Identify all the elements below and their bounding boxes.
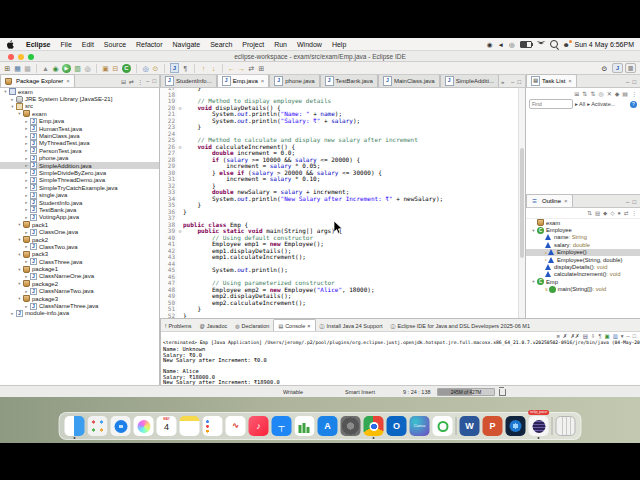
tree-arrow-icon[interactable]: ▾	[16, 222, 23, 227]
run-external-button[interactable]: ◎	[84, 63, 91, 74]
java-perspective-button[interactable]: J	[612, 63, 623, 73]
sort-icon[interactable]: ⇅	[587, 210, 592, 216]
tree-item-simpleaddition-java[interactable]: ▸JSimpleAddition.java	[0, 162, 159, 169]
tree-arrow-icon[interactable]: ▸	[23, 230, 30, 235]
tree-arrow-icon[interactable]: ▸	[23, 148, 30, 153]
tab-overflow-icon[interactable]: »	[499, 79, 506, 87]
word-wrap-icon[interactable]: ¶	[598, 333, 601, 339]
find-person-icon[interactable]: ◆	[615, 90, 620, 97]
editor-tab-emp-java[interactable]: JEmp.java×	[217, 75, 270, 87]
tree-arrow-icon[interactable]: ▸	[23, 134, 30, 139]
tree-arrow-icon[interactable]: ▸	[23, 200, 30, 205]
build-button[interactable]: ▲	[42, 63, 49, 74]
tree-arrow-icon[interactable]: ▸	[23, 274, 30, 279]
tree-item-exam[interactable]: ▾exam	[0, 88, 159, 95]
tree-item-classtwo-java[interactable]: ▸JClassTwo.java	[0, 243, 159, 250]
tab-outline[interactable]: ☰ Outline ×	[526, 194, 573, 207]
tab-package-explorer[interactable]: Package Explorer ×	[0, 74, 75, 87]
open-console-icon[interactable]: ▾	[621, 333, 624, 339]
task-find-input[interactable]	[529, 99, 573, 109]
dock-numbers[interactable]	[295, 416, 315, 436]
new-class-button[interactable]: C	[122, 64, 131, 73]
tab-declaration[interactable]: ◎Declaration	[231, 320, 273, 331]
open-type-button[interactable]: ◎	[142, 63, 149, 74]
tree-arrow-icon[interactable]: ▸	[23, 259, 30, 264]
back-button[interactable]: ←	[228, 63, 235, 74]
tree-arrow-icon[interactable]: ▸	[23, 244, 30, 249]
tree-arrow-icon[interactable]: ▾	[530, 279, 537, 284]
filter-icon[interactable]: ✕	[607, 90, 612, 97]
tree-arrow-icon[interactable]: ▸	[9, 311, 16, 316]
tab-problems[interactable]: !Problems	[161, 320, 196, 331]
tree-item-studentinfo-java[interactable]: ▸JStudentInfo.java	[0, 199, 159, 206]
tree-item-mythreadtest-java[interactable]: ▸JMyThreadTest.java	[0, 140, 159, 147]
close-icon[interactable]: ×	[66, 78, 70, 84]
tree-arrow-icon[interactable]: ▸	[9, 97, 16, 102]
display-icon[interactable]: ◎	[509, 38, 515, 51]
dock-trash[interactable]	[556, 416, 576, 436]
view-menu-icon[interactable]: ⋮	[632, 210, 638, 216]
spotlight-icon[interactable]	[550, 40, 558, 48]
menu-source[interactable]: Source	[99, 41, 131, 48]
tree-item-emp-java[interactable]: ▸JEmp.java	[0, 118, 159, 125]
tree-arrow-icon[interactable]: ▸	[23, 193, 30, 198]
coverage-button[interactable]: ▥	[74, 63, 81, 74]
tree-item-jre-system-library-javase-21-[interactable]: ▸JRE System Library [JavaSE-21]	[0, 95, 159, 102]
hide-nonpublic-icon[interactable]: ◇	[610, 210, 614, 216]
tree-arrow-icon[interactable]: ▾	[16, 111, 23, 116]
tree-item-humantest-java[interactable]: ▸JHumanTest.java	[0, 125, 159, 132]
tree-arrow-icon[interactable]: ▾	[16, 281, 23, 286]
collapse-all-icon[interactable]: ⊟	[121, 78, 126, 85]
outline-item-employee-string-double-[interactable]: cEmployee(String, double)	[526, 256, 640, 263]
tree-item-src[interactable]: ▾src	[0, 103, 159, 110]
tree-arrow-icon[interactable]: ▸	[23, 185, 30, 190]
scheduled-icon[interactable]: ⇅	[590, 90, 595, 97]
tree-arrow-icon[interactable]: ▸	[23, 215, 30, 220]
dock-green-ring-app[interactable]	[433, 416, 453, 436]
dock-eclipse[interactable]: eclip_pace	[529, 416, 549, 436]
tree-arrow-icon[interactable]: ▾	[2, 89, 9, 94]
outline-item-name[interactable]: name : String	[526, 234, 640, 241]
tree-item-classnametwo-java[interactable]: ▸JClassNameTwo.java	[0, 288, 159, 295]
next-annotation-button[interactable]: ↓	[210, 63, 217, 74]
dock-safari[interactable]	[111, 416, 131, 436]
editor-tab-testbank-java[interactable]: JTestBank.java	[320, 75, 378, 87]
view-menu-icon[interactable]: ⋮	[137, 78, 143, 85]
tab-console[interactable]: ▤Console×	[273, 319, 315, 331]
tree-arrow-icon[interactable]: ▸	[23, 126, 30, 131]
other-perspective-button[interactable]: ▥	[625, 63, 636, 73]
maximize-icon[interactable]: □	[152, 78, 156, 85]
tree-arrow-icon[interactable]: ▾	[16, 267, 23, 272]
dock-outlook[interactable]: O	[387, 416, 407, 436]
run-gc-icon[interactable]	[499, 389, 506, 396]
forward-button[interactable]: →	[238, 63, 245, 74]
dock-calendar[interactable]: MAY4	[157, 416, 177, 436]
editor-tab-simpleadditi-[interactable]: JSimpleAdditi...	[440, 75, 499, 87]
scope-all-chevron[interactable]: ▸ All	[575, 101, 585, 107]
tree-item-testbank-java[interactable]: ▸JTestBank.java	[0, 206, 159, 213]
tree-item-votingapp-java[interactable]: ▸JVotingApp.java	[0, 214, 159, 221]
hide-local-icon[interactable]: ●	[618, 210, 621, 216]
minimize-icon[interactable]: –	[511, 79, 514, 85]
tree-arrow-icon[interactable]: ▾	[9, 104, 16, 109]
tree-arrow-icon[interactable]: ▸	[23, 289, 30, 294]
menu-search[interactable]: Search	[205, 41, 237, 48]
tree-arrow-icon[interactable]: ▸	[23, 156, 30, 161]
minimize-icon[interactable]: –	[626, 79, 629, 85]
minimize-icon[interactable]: –	[146, 78, 149, 85]
prev-annotation-button[interactable]: ↑	[200, 63, 207, 74]
tree-item-package3[interactable]: ▾package3	[0, 295, 159, 302]
dock-photos[interactable]	[134, 416, 154, 436]
menu-run[interactable]: Run	[269, 41, 292, 48]
tree-item-classnamethree-java[interactable]: ▸JClassNameThree.java	[0, 302, 159, 309]
tree-item-exam[interactable]: ▾exam	[0, 110, 159, 117]
dock-canva[interactable]: Canva	[410, 416, 430, 436]
outline-item-exam[interactable]: exam	[526, 219, 640, 226]
new-task-icon[interactable]: ⊞	[574, 90, 579, 97]
dock-system-settings[interactable]	[341, 416, 361, 436]
link-editor-icon[interactable]: ⇄	[129, 78, 134, 85]
minimize-icon[interactable]: –	[626, 199, 629, 205]
user-switch-icon[interactable]: ☻	[563, 38, 570, 51]
tree-arrow-icon[interactable]: ▾	[16, 237, 23, 242]
tab-javadoc[interactable]: @Javadoc	[196, 320, 232, 331]
